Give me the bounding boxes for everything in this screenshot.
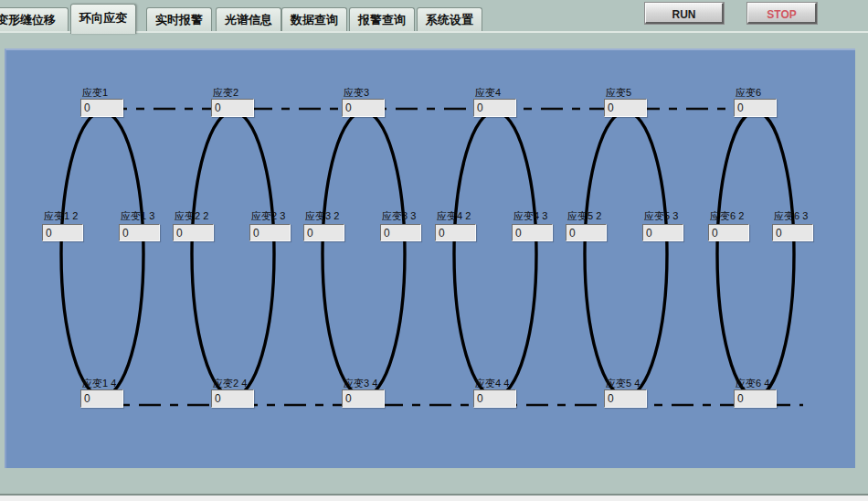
sensor-label: 应变4 3 xyxy=(513,209,547,223)
strain-diagram-panel: 应变1 应变1 2 应变1 3 应变1 4 应变2 应变2 2 应变2 3 应变… xyxy=(5,48,855,468)
tab-alarm-query[interactable]: 报警查询 xyxy=(349,7,415,31)
sensor-label: 应变1 3 xyxy=(121,209,154,223)
tab-bar: 变形缝位移 环向应变 实时报警 光谱信息 数据查询 报警查询 系统设置 xyxy=(0,0,868,33)
tab-label: 数据查询 xyxy=(291,13,338,27)
sensor-value-field[interactable] xyxy=(604,99,647,117)
strain-ring-2: 应变2 应变2 2 应变2 3 应变2 4 xyxy=(173,86,294,410)
app-window: 变形缝位移 环向应变 实时报警 光谱信息 数据查询 报警查询 系统设置 RUN … xyxy=(0,0,868,496)
sensor-value-field[interactable] xyxy=(173,224,214,241)
sensor-label: 应变3 xyxy=(344,86,369,100)
sensor-value-field[interactable] xyxy=(42,224,83,241)
sensor-label: 应变4 xyxy=(475,86,501,100)
tab-data-query[interactable]: 数据查询 xyxy=(281,7,347,31)
sensor-label: 应变3 4 xyxy=(344,377,377,390)
sensor-label: 应变6 3 xyxy=(774,209,808,223)
sensor-label: 应变1 4 xyxy=(82,377,116,390)
tab-label: 变形缝位移 xyxy=(0,13,56,27)
sensor-label: 应变3 2 xyxy=(305,209,339,223)
stop-button[interactable]: STOP xyxy=(747,3,817,24)
sensor-label: 应变5 xyxy=(606,86,631,100)
sensor-value-field[interactable] xyxy=(734,99,777,117)
sensor-value-field[interactable] xyxy=(80,99,123,117)
window-bottom-edge xyxy=(0,496,868,501)
strain-ring-1: 应变1 应变1 2 应变1 3 应变1 4 xyxy=(42,86,164,410)
sensor-label: 应变4 2 xyxy=(437,209,471,223)
sensor-label: 应变1 xyxy=(82,86,108,100)
tab-label: 系统设置 xyxy=(426,13,473,27)
sensor-value-field[interactable] xyxy=(211,389,254,408)
strain-ring-3: 应变3 应变3 2 应变3 3 应变3 4 xyxy=(303,86,425,410)
sensor-label: 应变3 3 xyxy=(382,209,416,223)
sensor-label: 应变5 4 xyxy=(606,377,640,390)
sensor-label: 应变4 4 xyxy=(475,377,509,390)
tab-label: 报警查询 xyxy=(358,13,406,27)
run-button[interactable]: RUN xyxy=(645,3,724,24)
tab-label: 光谱信息 xyxy=(225,13,272,27)
sensor-label: 应变2 3 xyxy=(251,209,285,223)
sensor-label: 应变5 2 xyxy=(567,209,601,223)
sensor-label: 应变6 xyxy=(736,86,761,100)
tab-label: 环向应变 xyxy=(79,11,127,25)
sensor-label: 应变6 2 xyxy=(710,209,744,223)
sensor-label: 应变2 xyxy=(213,86,238,100)
sensor-label: 应变6 4 xyxy=(736,377,769,390)
tab-label: 实时报警 xyxy=(155,13,203,27)
tab-circumferential-strain[interactable]: 环向应变 xyxy=(70,4,136,34)
tab-realtime-alarm[interactable]: 实时报警 xyxy=(146,7,212,31)
sensor-value-field[interactable] xyxy=(734,389,777,408)
sensor-value-field[interactable] xyxy=(342,99,385,117)
sensor-value-field[interactable] xyxy=(249,224,291,241)
sensor-value-field[interactable] xyxy=(708,224,749,241)
sensor-value-field[interactable] xyxy=(342,389,385,408)
tab-system-settings[interactable]: 系统设置 xyxy=(417,7,482,31)
sensor-value-field[interactable] xyxy=(211,99,254,117)
sensor-value-field[interactable] xyxy=(642,224,683,241)
sensor-value-field[interactable] xyxy=(566,224,607,241)
sensor-value-field[interactable] xyxy=(435,224,476,241)
sensor-value-field[interactable] xyxy=(303,224,344,241)
sensor-value-field[interactable] xyxy=(473,99,516,117)
sensor-value-field[interactable] xyxy=(512,224,553,241)
sensor-label: 应变1 2 xyxy=(44,209,78,223)
sensor-label: 应变5 3 xyxy=(644,209,678,223)
tab-deformation-joint-displacement[interactable]: 变形缝位移 xyxy=(0,7,69,31)
sensor-value-field[interactable] xyxy=(604,389,647,408)
tab-spectrum-info[interactable]: 光谱信息 xyxy=(216,7,281,31)
sensor-value-field[interactable] xyxy=(380,224,421,241)
sensor-value-field[interactable] xyxy=(80,389,123,408)
strain-ring-6: 应变6 应变6 2 应变6 3 应变6 4 xyxy=(695,86,817,410)
sensor-value-field[interactable] xyxy=(473,389,516,408)
sensor-value-field[interactable] xyxy=(119,224,160,241)
sensor-label: 应变2 4 xyxy=(213,377,247,390)
sensor-value-field[interactable] xyxy=(772,224,813,241)
strain-ring-4: 应变4 应变4 2 应变4 3 应变4 4 xyxy=(435,86,556,410)
strain-ring-5: 应变5 应变5 2 应变5 3 应变5 4 xyxy=(566,86,687,410)
sensor-label: 应变2 2 xyxy=(175,209,208,223)
